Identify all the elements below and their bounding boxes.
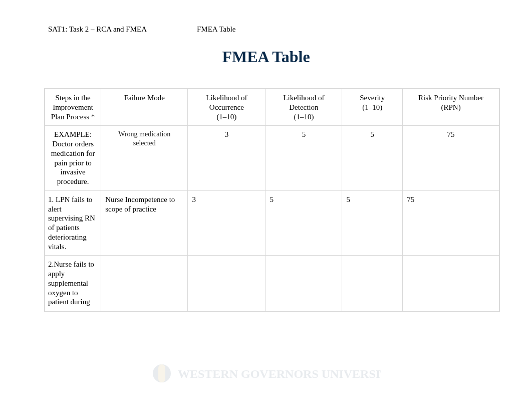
svg-rect-1 (158, 364, 165, 382)
col-rpn: Risk Priority Number (RPN) (403, 89, 499, 126)
cell-mode (101, 256, 188, 311)
col-severity-l2: (1–10) (362, 103, 382, 111)
cell-rpn: 75 (403, 126, 499, 191)
page-title: FMEA Table (58, 48, 474, 66)
cell-detection: 5 (265, 126, 342, 191)
col-mode: Failure Mode (101, 89, 188, 126)
cell-severity (342, 256, 403, 311)
watermark-text: WESTERN GOVERNORS UNIVERSITY (178, 367, 381, 380)
watermark: WESTERN GOVERNORS UNIVERSITY (0, 362, 532, 387)
cell-severity: 5 (342, 190, 403, 256)
col-step: Steps in the Improvement Plan Process * (45, 89, 101, 126)
cell-occurrence (188, 256, 265, 311)
cell-mode: Nurse Incompetence to scope of practice (101, 190, 188, 256)
svg-point-0 (153, 364, 171, 382)
header-right: FMEA Table (197, 25, 235, 34)
col-severity-l1: Severity (360, 94, 385, 102)
cell-occurrence: 3 (188, 190, 265, 256)
cell-detection (265, 256, 342, 311)
col-occurrence: Likelihood of Occurrence (1–10) (188, 89, 265, 126)
col-rpn-l2: (RPN) (441, 103, 461, 111)
cell-rpn (403, 256, 499, 311)
col-occurrence-l1: Likelihood of Occurrence (206, 94, 247, 111)
col-occurrence-l2: (1–10) (216, 113, 236, 121)
table-wrapper: Steps in the Improvement Plan Process * … (0, 88, 532, 312)
cell-severity: 5 (342, 126, 403, 191)
col-detection-l1: Likelihood of Detection (283, 94, 324, 111)
col-rpn-l1: Risk Priority Number (418, 94, 483, 102)
cell-step: 2.Nurse fails to apply supplemental oxyg… (45, 256, 101, 311)
fmea-table: Steps in the Improvement Plan Process * … (44, 88, 500, 312)
table-row: EXAMPLE: Doctor orders medication for pa… (45, 126, 499, 191)
table-header-row: Steps in the Improvement Plan Process * … (45, 89, 499, 126)
table-row: 2.Nurse fails to apply supplemental oxyg… (45, 256, 499, 311)
cell-step: 1. LPN fails to alert supervising RN of … (45, 190, 101, 256)
col-detection: Likelihood of Detection (1–10) (265, 89, 342, 126)
col-severity: Severity (1–10) (342, 89, 403, 126)
table-row: 1. LPN fails to alert supervising RN of … (45, 190, 499, 256)
cell-step: EXAMPLE: Doctor orders medication for pa… (45, 126, 101, 191)
logo-icon: WESTERN GOVERNORS UNIVERSITY (151, 362, 381, 385)
header-left: SAT1: Task 2 – RCA and FMEA (48, 25, 147, 34)
cell-detection: 5 (265, 190, 342, 256)
cell-rpn: 75 (403, 190, 499, 256)
col-detection-l2: (1–10) (294, 113, 314, 121)
header-row: SAT1: Task 2 – RCA and FMEA FMEA Table (0, 0, 532, 34)
cell-occurrence: 3 (188, 126, 265, 191)
cell-mode: Wrong medication selected (101, 126, 188, 191)
